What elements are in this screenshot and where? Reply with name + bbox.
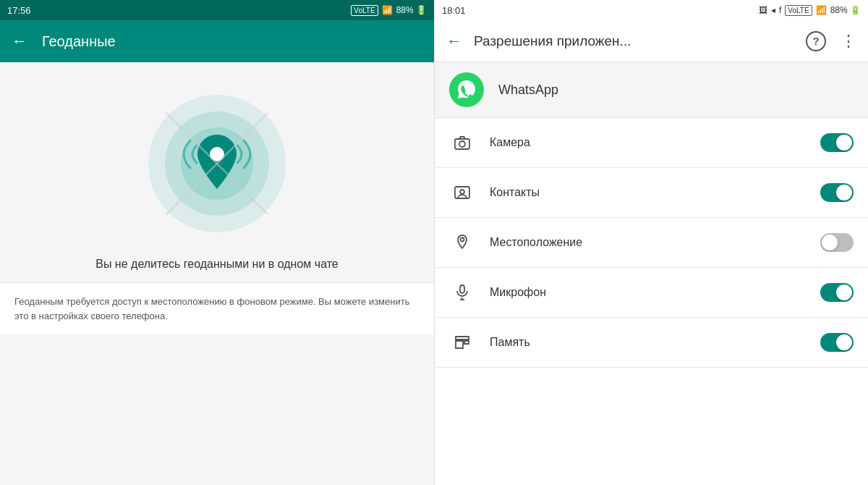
whatsapp-app-row: WhatsApp xyxy=(435,62,868,118)
right-lte-badge: VoLTE xyxy=(785,5,812,16)
svg-point-7 xyxy=(459,141,465,147)
gallery-icon: 🖼 xyxy=(759,5,767,15)
right-time: 18:01 xyxy=(442,5,466,16)
storage-label: Память xyxy=(490,336,806,349)
right-fb-icon: f xyxy=(779,5,781,15)
svg-rect-8 xyxy=(455,187,469,198)
permission-item-microphone: Микрофон xyxy=(435,268,868,318)
microphone-toggle[interactable] xyxy=(820,283,854,302)
permission-item-location: Местоположение xyxy=(435,218,868,268)
left-back-button[interactable]: ← xyxy=(12,32,27,51)
info-box: Геоданным требуется доступ к местоположе… xyxy=(0,282,434,334)
right-back-button[interactable]: ← xyxy=(446,32,462,51)
right-header: ← Разрешения приложен... ? ⋮ xyxy=(435,20,868,62)
status-bar-left: 17:56 VoLTE 📶 88% 🔋 xyxy=(0,0,434,20)
battery-left: 88% 🔋 xyxy=(396,5,427,15)
right-panel: 18:01 🖼 ◂ f VoLTE 📶 88% 🔋 ← Разрешения п… xyxy=(434,0,868,485)
left-panel: 17:56 VoLTE 📶 88% 🔋 ← Геоданные xyxy=(0,0,434,485)
camera-toggle[interactable] xyxy=(820,133,854,152)
left-page-title: Геоданные xyxy=(42,33,116,50)
contacts-icon xyxy=(449,180,475,206)
right-status-icons: 🖼 ◂ f VoLTE 📶 88% 🔋 xyxy=(759,5,861,16)
right-nav-icon: ◂ xyxy=(771,5,775,15)
microphone-icon xyxy=(449,279,475,305)
svg-point-10 xyxy=(461,238,464,242)
wifi-icon: 📶 xyxy=(382,5,393,15)
status-bar-right: 18:01 🖼 ◂ f VoLTE 📶 88% 🔋 xyxy=(435,0,868,20)
location-label: Местоположение xyxy=(490,236,806,249)
microphone-label: Микрофон xyxy=(490,286,806,299)
left-content: Вы не делитесь геоданными ни в одном чат… xyxy=(0,62,434,485)
no-share-text: Вы не делитесь геоданными ни в одном чат… xyxy=(81,258,352,271)
lte-badge: VoLTE xyxy=(351,5,378,16)
location-illustration xyxy=(145,91,289,236)
camera-label: Камера xyxy=(490,136,806,149)
location-svg xyxy=(145,91,289,236)
storage-toggle[interactable] xyxy=(820,333,854,352)
svg-point-9 xyxy=(460,190,464,194)
camera-toggle-knob xyxy=(836,135,852,151)
more-options-button[interactable]: ⋮ xyxy=(841,32,856,51)
storage-icon xyxy=(449,329,475,355)
whatsapp-app-name: WhatsApp xyxy=(498,83,558,98)
location-icon xyxy=(449,229,475,256)
permission-item-contacts: Контакты xyxy=(435,168,868,218)
left-status-icons: VoLTE 📶 88% 🔋 xyxy=(351,5,427,16)
info-text: Геоданным требуется доступ к местоположе… xyxy=(14,295,420,323)
whatsapp-app-icon xyxy=(449,72,484,107)
svg-rect-11 xyxy=(460,285,464,293)
right-battery: 88% 🔋 xyxy=(830,5,861,15)
location-toggle[interactable] xyxy=(820,233,854,252)
help-button[interactable]: ? xyxy=(806,31,826,51)
left-header: ← Геоданные xyxy=(0,20,434,62)
location-toggle-knob xyxy=(822,235,838,250)
contacts-toggle-knob xyxy=(836,185,852,201)
permission-item-storage: Память xyxy=(435,318,868,368)
permission-item-camera: Камера xyxy=(435,118,868,168)
left-time: 17:56 xyxy=(7,5,31,16)
camera-icon xyxy=(449,130,475,156)
right-wifi-icon: 📶 xyxy=(816,5,827,15)
contacts-label: Контакты xyxy=(490,186,806,199)
permission-list: КамераКонтактыМестоположениеМикрофонПамя… xyxy=(435,118,868,485)
contacts-toggle[interactable] xyxy=(820,183,854,202)
microphone-toggle-knob xyxy=(836,284,852,300)
right-page-title: Разрешения приложен... xyxy=(474,33,794,49)
storage-toggle-knob xyxy=(836,334,852,350)
whatsapp-svg-icon xyxy=(456,79,477,101)
